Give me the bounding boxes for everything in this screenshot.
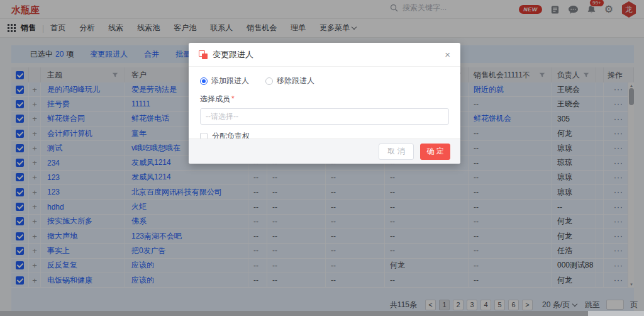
modal-body: 添加跟进人 移除跟进人 选择成员* 分配负责权 bbox=[189, 67, 460, 142]
modal-footer: 取 消 确 定 bbox=[189, 138, 460, 164]
cancel-button[interactable]: 取 消 bbox=[379, 144, 414, 160]
radio-selected-icon bbox=[200, 77, 208, 85]
member-label: 选择成员* bbox=[200, 94, 449, 104]
layers-icon bbox=[199, 50, 208, 59]
app-screen: 水瓶座 NEW 99+ ⚙ 龙 销售 | 首页 分析 线索 线索 bbox=[0, 0, 644, 316]
modal-title: 变更跟进人 bbox=[213, 49, 253, 60]
required-mark: * bbox=[231, 94, 235, 103]
window-scroll-thumb[interactable] bbox=[0, 311, 588, 316]
member-select[interactable] bbox=[200, 108, 449, 125]
radio-remove-follower[interactable]: 移除跟进人 bbox=[265, 76, 314, 86]
modal-header: 变更跟进人 × bbox=[189, 43, 460, 67]
change-follower-modal: 变更跟进人 × 添加跟进人 移除跟进人 选择成员* 分配负责权 取 消 确 定 bbox=[189, 43, 460, 164]
radio-unselected-icon bbox=[265, 77, 273, 85]
radio-add-follower[interactable]: 添加跟进人 bbox=[200, 76, 249, 86]
confirm-button[interactable]: 确 定 bbox=[420, 144, 450, 160]
close-icon[interactable]: × bbox=[445, 50, 450, 59]
window-horizontal-scrollbar[interactable] bbox=[0, 311, 644, 316]
